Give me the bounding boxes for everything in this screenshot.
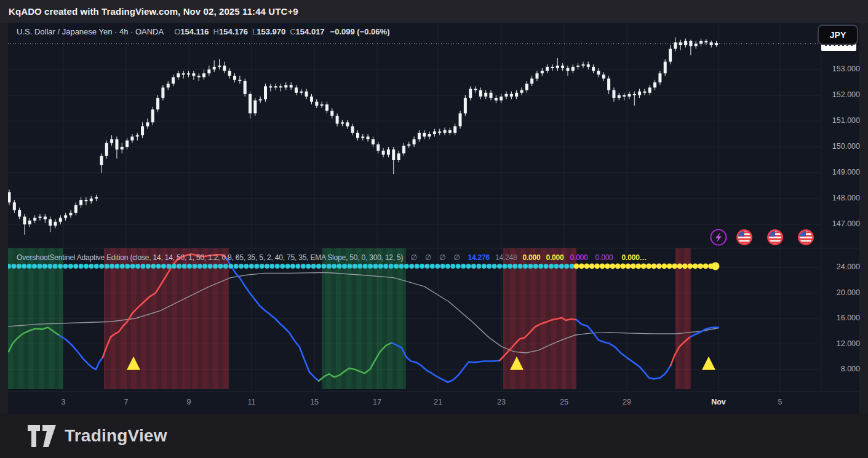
indicator-pane[interactable] bbox=[8, 248, 821, 392]
time-axis-label: 29 bbox=[623, 398, 631, 406]
price-axis-label: 153.000 bbox=[822, 65, 860, 73]
time-axis-label: 15 bbox=[310, 398, 319, 406]
indicator-axis-label: 16.000 bbox=[822, 314, 860, 322]
candle bbox=[464, 95, 467, 116]
candle bbox=[397, 151, 400, 162]
candle bbox=[284, 82, 287, 90]
candle bbox=[428, 132, 431, 140]
us-flag-event-icon[interactable] bbox=[798, 230, 813, 244]
candle bbox=[156, 95, 159, 112]
candle bbox=[367, 134, 370, 142]
candle bbox=[643, 89, 646, 96]
time-axis-label: 3 bbox=[62, 398, 66, 406]
candle bbox=[658, 71, 661, 85]
candle bbox=[674, 38, 677, 52]
candle bbox=[259, 97, 262, 103]
tradingview-logo-icon bbox=[28, 425, 56, 447]
candle bbox=[602, 72, 605, 81]
price-axis-separator[interactable] bbox=[821, 23, 821, 392]
candle bbox=[8, 189, 11, 205]
us-flag-event-icon[interactable] bbox=[737, 230, 751, 244]
candle bbox=[207, 66, 210, 76]
candle bbox=[612, 87, 615, 101]
candle bbox=[423, 130, 426, 140]
candle bbox=[44, 214, 47, 223]
candle bbox=[95, 195, 98, 202]
candle bbox=[695, 41, 698, 49]
candle bbox=[167, 81, 170, 90]
candle bbox=[90, 196, 93, 204]
candle bbox=[669, 45, 672, 65]
candle bbox=[249, 92, 252, 119]
candle bbox=[279, 84, 282, 92]
candle bbox=[546, 65, 549, 74]
low-value: 153.970 bbox=[257, 27, 285, 36]
candle bbox=[325, 102, 328, 114]
pane-separator[interactable] bbox=[8, 248, 859, 248]
candle bbox=[172, 74, 175, 86]
indicator-value: 14.276 bbox=[468, 253, 490, 262]
candle bbox=[100, 154, 103, 173]
us-flag-event-icon[interactable] bbox=[768, 230, 782, 244]
candle bbox=[704, 39, 707, 45]
candle bbox=[121, 143, 124, 154]
candle bbox=[576, 63, 579, 70]
indicator-value: 0.000 bbox=[595, 253, 613, 262]
symbol-legend[interactable]: U.S. Dollar / Japanese Yen · 4h · OANDAO… bbox=[17, 27, 389, 36]
candle bbox=[361, 134, 364, 141]
candle bbox=[115, 136, 118, 159]
candle bbox=[520, 87, 524, 95]
open-label: O bbox=[174, 27, 180, 36]
candle bbox=[233, 73, 236, 82]
candle bbox=[392, 147, 395, 174]
economic-flash-event-icon[interactable] bbox=[711, 230, 727, 245]
chart-region[interactable]: U.S. Dollar / Japanese Yen · 4h · OANDAO… bbox=[8, 23, 859, 413]
indicator-axis-label: 24.000 bbox=[822, 263, 860, 271]
candle bbox=[453, 124, 456, 135]
oscillator-line-segment bbox=[392, 342, 500, 382]
main-price-pane[interactable] bbox=[8, 23, 821, 248]
candle bbox=[438, 129, 441, 136]
currency-toggle-button[interactable]: JPY bbox=[818, 25, 858, 45]
time-axis[interactable]: 37911151721232529Nov5 bbox=[8, 392, 859, 414]
candle bbox=[300, 89, 303, 96]
candle bbox=[581, 61, 584, 68]
candle bbox=[566, 66, 569, 76]
indicator-title: OvershootSentinel Adaptive Edition (clos… bbox=[17, 253, 403, 262]
price-axis-label: 148.000 bbox=[822, 194, 860, 202]
indicator-legend[interactable]: OvershootSentinel Adaptive Edition (clos… bbox=[17, 253, 647, 262]
candle bbox=[638, 89, 641, 98]
candle bbox=[141, 122, 144, 138]
candle bbox=[623, 93, 626, 101]
candle bbox=[515, 90, 518, 100]
candle bbox=[161, 85, 164, 100]
candle bbox=[295, 85, 298, 95]
price-axis-label: 152.000 bbox=[822, 90, 860, 99]
candle bbox=[387, 147, 390, 157]
candle bbox=[28, 218, 31, 227]
candle bbox=[592, 65, 595, 74]
candle bbox=[551, 65, 554, 71]
time-axis-label: 9 bbox=[187, 398, 191, 406]
time-axis-label: 23 bbox=[497, 398, 506, 406]
candle bbox=[330, 108, 333, 119]
candle bbox=[192, 71, 195, 80]
candle bbox=[213, 60, 216, 72]
candle bbox=[290, 82, 293, 90]
candle bbox=[315, 99, 318, 108]
indicator-value: ∅ bbox=[439, 253, 445, 262]
candle bbox=[618, 93, 621, 101]
candle bbox=[413, 136, 416, 147]
candle bbox=[372, 136, 375, 147]
candle bbox=[356, 130, 359, 141]
price-axis-label: 150.000 bbox=[822, 142, 860, 151]
candle bbox=[130, 134, 133, 143]
candle bbox=[684, 39, 687, 48]
candle bbox=[351, 124, 354, 135]
candle bbox=[479, 87, 482, 99]
candle bbox=[110, 135, 113, 146]
indicator-value: 14.248 bbox=[495, 253, 517, 262]
candle bbox=[136, 133, 139, 141]
time-axis-label: 21 bbox=[434, 398, 442, 406]
candle bbox=[715, 41, 718, 47]
